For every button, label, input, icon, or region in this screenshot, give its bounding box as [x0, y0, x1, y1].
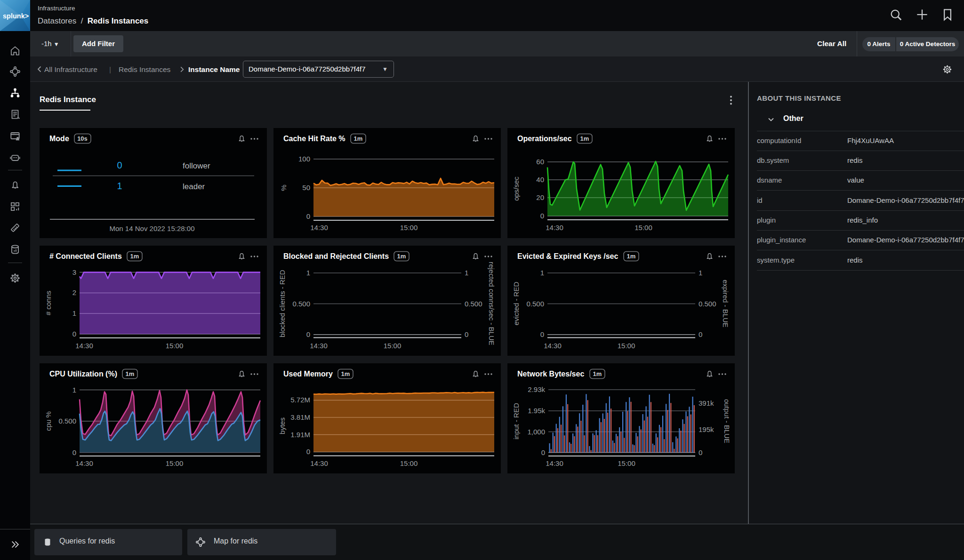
- svg-text:Operations/sec: Operations/sec: [517, 135, 572, 143]
- svg-text:15:00: 15:00: [618, 342, 635, 350]
- svg-text:1: 1: [540, 269, 544, 277]
- svg-text:14:30: 14:30: [546, 459, 563, 467]
- svg-text:output - BLUE: output - BLUE: [723, 399, 731, 443]
- svg-text:# conns: # conns: [44, 291, 52, 316]
- svg-text:10s: 10s: [77, 135, 88, 142]
- svg-text:15:00: 15:00: [166, 342, 184, 350]
- svg-text:0: 0: [699, 330, 702, 338]
- svg-text:0: 0: [699, 448, 702, 456]
- svg-text:%: %: [280, 184, 288, 191]
- svg-text:Network Bytes/sec: Network Bytes/sec: [517, 370, 584, 378]
- svg-text:60: 60: [536, 158, 544, 166]
- svg-text:CPU Utilization (%): CPU Utilization (%): [49, 370, 117, 378]
- svg-text:1: 1: [306, 269, 310, 277]
- svg-text:0: 0: [117, 160, 122, 170]
- svg-text:expired - BLUE: expired - BLUE: [722, 280, 730, 328]
- svg-text:follower: follower: [183, 161, 210, 170]
- svg-text:3.81M: 3.81M: [290, 413, 310, 421]
- svg-text:1: 1: [465, 269, 468, 277]
- svg-text:14:30: 14:30: [310, 342, 328, 350]
- svg-text:14:30: 14:30: [75, 459, 93, 467]
- svg-text:0.500: 0.500: [58, 417, 76, 425]
- svg-text:0: 0: [306, 330, 310, 338]
- svg-text:1m: 1m: [341, 370, 350, 377]
- svg-text:1m: 1m: [126, 370, 135, 377]
- svg-text:3: 3: [72, 268, 76, 276]
- svg-text:2: 2: [72, 288, 76, 296]
- svg-text:# Connected Clients: # Connected Clients: [49, 252, 122, 260]
- svg-text:20: 20: [536, 193, 544, 201]
- svg-text:1,000: 1,000: [527, 428, 545, 436]
- svg-text:Used Memory: Used Memory: [283, 370, 333, 378]
- svg-text:evicted - RED: evicted - RED: [512, 282, 520, 326]
- svg-text:50: 50: [302, 184, 310, 192]
- svg-text:1m: 1m: [130, 253, 139, 260]
- svg-text:14:30: 14:30: [310, 459, 328, 467]
- svg-text:0: 0: [306, 448, 310, 456]
- svg-text:100: 100: [298, 155, 310, 163]
- svg-text:5.72M: 5.72M: [290, 396, 310, 404]
- svg-text:0: 0: [72, 330, 76, 338]
- svg-text:blocked clients - RED: blocked clients - RED: [278, 270, 286, 337]
- svg-text:15:00: 15:00: [618, 459, 635, 467]
- svg-text:15:00: 15:00: [384, 342, 402, 350]
- svg-text:2.93k: 2.93k: [528, 385, 545, 393]
- svg-text:1: 1: [72, 309, 76, 317]
- svg-text:0.500: 0.500: [292, 300, 310, 308]
- svg-text:bytes: bytes: [278, 417, 286, 434]
- svg-text:15:00: 15:00: [166, 459, 184, 467]
- svg-text:1.91M: 1.91M: [290, 431, 310, 439]
- svg-text:0: 0: [465, 330, 468, 338]
- svg-text:0.500: 0.500: [699, 300, 716, 308]
- svg-text:1: 1: [117, 181, 122, 191]
- svg-text:195k: 195k: [699, 425, 714, 433]
- svg-text:0.500: 0.500: [465, 300, 482, 308]
- svg-text:1m: 1m: [593, 370, 602, 377]
- svg-text:0: 0: [541, 448, 545, 456]
- svg-text:1: 1: [699, 269, 702, 277]
- svg-text:15:00: 15:00: [400, 224, 418, 232]
- svg-text:1m: 1m: [580, 135, 589, 142]
- svg-text:ops/sec: ops/sec: [512, 176, 520, 201]
- svg-text:40: 40: [536, 176, 544, 184]
- svg-text:1m: 1m: [627, 253, 636, 260]
- svg-text:1.95k: 1.95k: [528, 407, 545, 415]
- svg-text:14:30: 14:30: [544, 342, 562, 350]
- svg-text:15:00: 15:00: [635, 224, 652, 232]
- svg-text:0: 0: [540, 330, 544, 338]
- svg-text:Blocked and Rejected Clients: Blocked and Rejected Clients: [283, 252, 389, 260]
- svg-text:1: 1: [72, 386, 76, 394]
- svg-text:14:30: 14:30: [310, 224, 328, 232]
- svg-text:Mon 14 Nov 2022 15:28:00: Mon 14 Nov 2022 15:28:00: [110, 224, 195, 232]
- svg-text:rejected conns/sec - BLUE: rejected conns/sec - BLUE: [488, 262, 496, 345]
- svg-text:1m: 1m: [397, 253, 406, 260]
- svg-text:leader: leader: [183, 182, 205, 191]
- svg-text:14:30: 14:30: [546, 224, 563, 232]
- svg-text:Mode: Mode: [49, 135, 69, 143]
- svg-text:391k: 391k: [699, 399, 714, 407]
- svg-text:15:00: 15:00: [400, 459, 418, 467]
- svg-text:splunk>: splunk>: [3, 12, 29, 20]
- svg-text:0: 0: [306, 212, 310, 220]
- svg-text:input - RED: input - RED: [512, 403, 520, 440]
- svg-text:0: 0: [72, 448, 76, 456]
- svg-text:Cache Hit Rate %: Cache Hit Rate %: [283, 135, 345, 143]
- svg-text:Evicted & Expired Keys /sec: Evicted & Expired Keys /sec: [517, 252, 618, 260]
- svg-text:14:30: 14:30: [75, 342, 93, 350]
- svg-text:0.500: 0.500: [526, 300, 544, 308]
- svg-text:1m: 1m: [354, 135, 363, 142]
- svg-text:cpu %: cpu %: [44, 411, 52, 431]
- svg-text:0: 0: [540, 212, 544, 220]
